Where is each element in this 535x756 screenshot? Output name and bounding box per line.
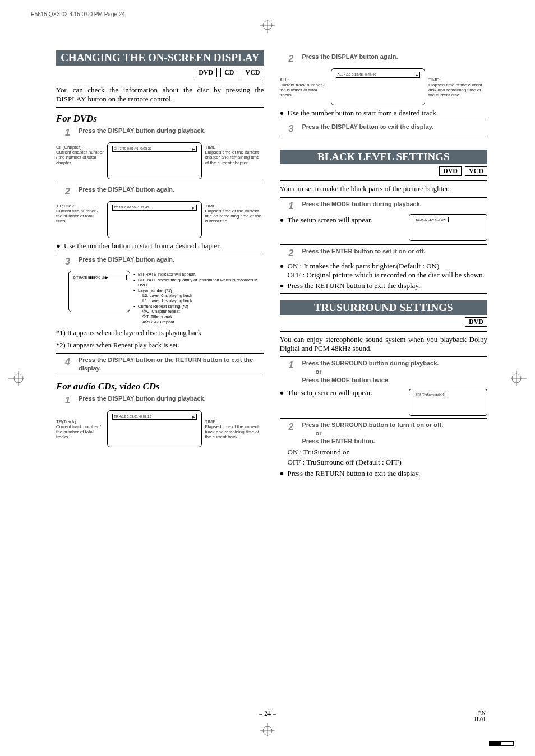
play-icon: ▶	[192, 415, 195, 419]
step-number: 2	[289, 247, 297, 259]
tag-dvd: DVD	[439, 166, 462, 176]
subhead-cds: For audio CDs, video CDs	[56, 381, 264, 392]
cd-step-3: 3 Press the DISPLAY button to exit the d…	[289, 123, 488, 135]
crop-mark-bottom	[259, 723, 276, 736]
step-text: Press the MODE button during playback.	[302, 200, 488, 208]
callout-text: Elapsed time of the current track and re…	[205, 424, 264, 440]
page-number: – 24 –	[259, 709, 276, 718]
black-step-2: 2 Press the ENTER button to set it on or…	[289, 247, 488, 259]
diagram-chapter: CH(Chapter): Current chapter number / th…	[56, 142, 264, 179]
callout-label: TIME:	[205, 419, 264, 424]
callout-text: Current title number / the number of tot…	[56, 208, 104, 224]
diagram-title: TT(Title): Current title number / the nu…	[56, 201, 264, 238]
step-number: 2	[65, 185, 73, 198]
section-banner-tru: TRUSURROUND SETTINGS	[280, 300, 488, 315]
diagram-track: TR(Track): Current track number / the nu…	[56, 410, 264, 447]
step-number: 1	[289, 359, 297, 372]
osd-screen-mini: SRS TruSurround ON	[409, 389, 487, 416]
step-3: 3 Press the DISPLAY button again.	[65, 256, 264, 268]
callout-text: Elapsed time of the current chapter and …	[205, 150, 264, 165]
step-text: Press the ENTER button to set it on or o…	[302, 247, 488, 256]
diagram-bitrate: BIT RATE ▮▮▮▮ ⟳C L0 ▶ •BIT RATE indicato…	[56, 271, 264, 326]
callout-label: TIME:	[205, 145, 264, 150]
tru-return: ● Press the RETURN button to exit the di…	[280, 469, 488, 478]
callout-text: Elapsed time of the current title on rem…	[205, 208, 264, 224]
osd-screen: BIT RATE ▮▮▮▮ ⟳C L0 ▶	[68, 271, 130, 312]
print-registration-bar	[489, 741, 514, 746]
step-text: Press the DISPLAY button again.	[302, 53, 488, 61]
step-number: 1	[65, 395, 73, 407]
step-1: 1 Press the DISPLAY button during playba…	[65, 127, 264, 139]
format-tags: DVD VCD	[280, 166, 488, 176]
setup-note: ● The setup screen will appear.	[280, 216, 372, 225]
black-intro: You can set to make the black parts of t…	[280, 184, 488, 193]
osd-bar: ALL 4/12 0:13:45 -0:45:40▶	[336, 72, 421, 78]
osd-bar: TR 4/12 0:03:01 -0:02:15▶	[112, 414, 197, 420]
play-icon: ▶	[192, 206, 195, 210]
callout-text: Elapsed time of the current disk and rem…	[428, 82, 487, 98]
step-number: 4	[65, 356, 73, 368]
osd-screen: ALL 4/12 0:13:45 -0:45:40▶	[331, 68, 426, 105]
play-icon: ▶	[192, 147, 195, 151]
note-line: L0: Layer 0 is playing back	[142, 293, 192, 298]
section-banner: CHANGING THE ON-SCREEN DISPLAY	[56, 50, 264, 66]
tag-dvd: DVD	[465, 317, 487, 327]
tru-on: ON : TruSurround on	[288, 448, 488, 457]
bullet-note: ● Use the number button to start from a …	[280, 109, 488, 118]
tag-cd: CD	[220, 68, 238, 77]
step-number: 1	[65, 127, 73, 139]
tag-vcd: VCD	[242, 68, 264, 77]
step-text: Press the DISPLAY button during playback…	[79, 127, 264, 135]
step-number: 2	[289, 53, 297, 65]
step-text: Press the SURROUND button to turn it on …	[302, 421, 488, 446]
callout-label: TIME:	[428, 77, 487, 82]
callout-label: TIME:	[205, 203, 264, 208]
step-text: Press the DISPLAY button or the RETURN b…	[79, 356, 264, 373]
left-column: CHANGING THE ON-SCREEN DISPLAY DVD CD VC…	[56, 50, 264, 480]
crop-mark-left	[8, 370, 24, 387]
note-line: BIT RATE shows the quantity of informati…	[138, 277, 264, 288]
tru-step-2: 2 Press the SURROUND button to turn it o…	[289, 421, 488, 446]
crop-mark-right	[511, 370, 527, 387]
step-4: 4 Press the DISPLAY button or the RETURN…	[65, 356, 264, 373]
footer-code: EN 1L01	[474, 710, 486, 722]
osd-screen: TR 4/12 0:03:01 -0:02:15▶	[107, 410, 202, 447]
step-text: Press the DISPLAY button again.	[79, 185, 264, 194]
step-number: 3	[289, 123, 297, 135]
subhead-dvds: For DVDs	[56, 113, 264, 124]
black-step-1: 1 Press the MODE button during playback.	[289, 200, 488, 212]
tru-off: OFF : TruSurround off (Default : OFF)	[288, 458, 488, 467]
osd-screen-mini: BLACK LEVEL : ON	[409, 214, 487, 241]
section-banner-black: BLACK LEVEL SETTINGS	[280, 150, 488, 164]
print-header: E5615.QX3 02.4.15 0:00 PM Page 24	[31, 11, 125, 17]
note-line: ⟳C: Chapter repeat	[142, 309, 180, 314]
step-text: Press the DISPLAY button again.	[79, 256, 264, 264]
crop-mark-top	[259, 20, 276, 33]
note-line: ⟳T: Title repeat	[142, 314, 172, 319]
cd-step-1: 1 Press the DISPLAY button during playba…	[65, 395, 264, 407]
osd-bar: TT 1/2 0:00:00 -1:23:45▶	[112, 205, 197, 211]
note-line: Current Repeat setting (*2)	[138, 304, 188, 309]
note-line: BIT RATE indicator will appear.	[138, 272, 196, 277]
step-text: Press the SURROUND button during playbac…	[302, 359, 488, 384]
osd-screen: CH 7/49 0:01:46 -0:03:27▶	[107, 142, 202, 179]
step-number: 2	[289, 421, 297, 433]
tru-step-1: 1 Press the SURROUND button during playb…	[289, 359, 488, 384]
black-return: ● Press the RETURN button to exit the di…	[280, 281, 488, 290]
tru-intro: You can enjoy stereophonic sound system …	[280, 335, 488, 354]
cd-step-2: 2 Press the DISPLAY button again.	[289, 53, 488, 65]
osd-bar: CH 7/49 0:01:46 -0:03:27▶	[112, 146, 197, 152]
note-line: L1: Layer 1 is playing back	[142, 298, 192, 303]
step-2: 2 Press the DISPLAY button again.	[65, 185, 264, 198]
format-tags: DVD	[280, 317, 488, 327]
step-text: Press the DISPLAY button during playback…	[79, 395, 264, 403]
setup-note: ● The setup screen will appear.	[280, 388, 372, 397]
note-line: Layer number (*1)	[138, 288, 172, 293]
step-number: 3	[65, 256, 73, 268]
osd-label: BLACK LEVEL : ON	[413, 217, 449, 222]
format-tags: DVD CD VCD	[56, 68, 264, 77]
callout-text: Current chapter number / the number of t…	[56, 150, 104, 165]
diagram-all: ALL: Current track number / the number o…	[280, 68, 488, 105]
osd-screen: TT 1/2 0:00:00 -1:23:45▶	[107, 201, 202, 238]
step-number: 1	[289, 200, 297, 212]
